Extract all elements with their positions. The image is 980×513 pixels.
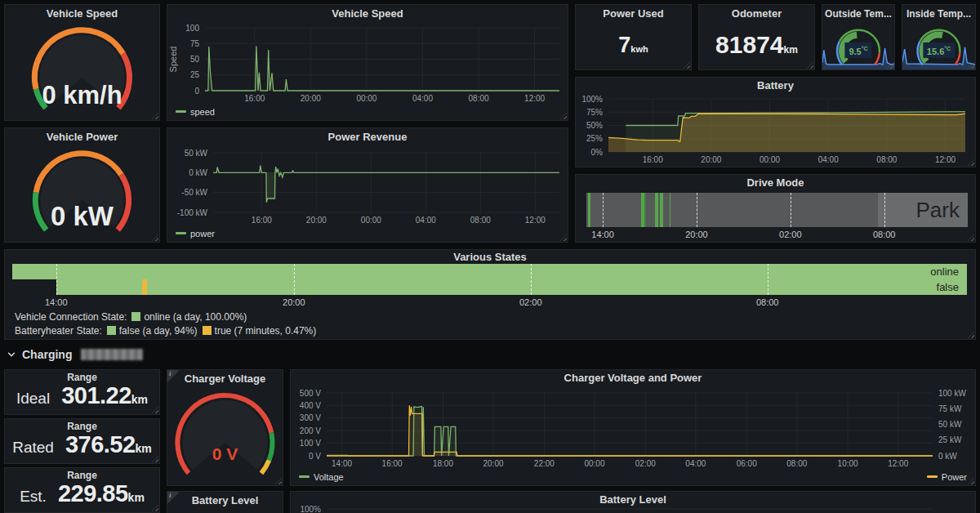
time-gridline: [697, 193, 697, 227]
range-rated-value: Rated376.52km: [5, 431, 159, 458]
battery-chart[interactable]: 0%25%50%75%100%16:0020:0000:0004:0008:00…: [576, 94, 975, 167]
time-gridline: [768, 264, 768, 295]
panel-vehicle-speed-gauge[interactable]: Vehicle Speed 0 km/h: [4, 4, 160, 121]
panel-title[interactable]: Inside Temp...: [902, 5, 975, 23]
svg-text:04:00: 04:00: [416, 216, 436, 225]
svg-text:12:00: 12:00: [935, 155, 956, 164]
panel-outside-temp[interactable]: Outside Tem... 9.5°C: [822, 4, 895, 70]
svg-text:100 V: 100 V: [300, 439, 321, 448]
panel-cvp-chart[interactable]: Charger Voltage and Power 0 V100 V200 V3…: [290, 369, 976, 486]
panel-various-states[interactable]: Various States onlinefalse14:0020:0002:0…: [4, 249, 976, 340]
svg-text:0 kW: 0 kW: [189, 168, 207, 177]
svg-text:12:00: 12:00: [524, 94, 545, 103]
drive-mode-timeline[interactable]: Park14:0020:0002:0008:00: [586, 193, 968, 240]
chart-legend[interactable]: speed: [176, 105, 559, 118]
dashboard: Vehicle Speed 0 km/h Vehicle Speed 02550…: [0, 0, 980, 513]
svg-text:02:00: 02:00: [635, 459, 656, 468]
panel-title[interactable]: Power Used: [576, 5, 691, 23]
svg-text:50%: 50%: [586, 121, 603, 130]
time-gridline: [884, 193, 885, 227]
svg-text:75%: 75%: [586, 108, 603, 117]
legend-swatch-false: [107, 326, 116, 335]
charger-voltage-power-chart[interactable]: 0 V100 V200 V300 V400 V500 V0 kW25 kW50 …: [291, 386, 975, 471]
state-segment[interactable]: [12, 264, 967, 279]
state-segment[interactable]: [147, 279, 967, 295]
state-stripe: [660, 193, 663, 227]
panel-range-ideal[interactable]: Range Ideal301.22km: [4, 369, 160, 415]
time-gridline: [791, 193, 791, 227]
panel-title[interactable]: Vehicle Power: [5, 128, 159, 146]
panel-title[interactable]: Charger Voltage and Power: [291, 370, 975, 386]
state-stripe: [670, 193, 671, 227]
svg-text:0 kW: 0 kW: [938, 452, 957, 461]
svg-text:100: 100: [185, 24, 199, 33]
battery-level-chart[interactable]: 100%: [291, 505, 975, 513]
state-stripe: [655, 193, 658, 227]
svg-text:25%: 25%: [586, 134, 603, 143]
state-segment[interactable]: [586, 193, 878, 227]
legend-line-batteryheater[interactable]: Batteryheater State:false (a day, 94%)tr…: [15, 324, 316, 338]
chart-legend[interactable]: VoltagePower: [299, 470, 967, 483]
svg-text:20:00: 20:00: [301, 94, 321, 103]
panel-battery-level-chart[interactable]: Battery Level 100%: [290, 491, 976, 513]
panel-title[interactable]: Vehicle Speed: [5, 5, 159, 23]
panel-vehicle-power-gauge[interactable]: Vehicle Power 0 kW: [4, 127, 160, 243]
panel-title[interactable]: Outside Tem...: [822, 5, 894, 23]
various-states-timeline[interactable]: onlinefalse14:0020:0002:0008:00: [12, 264, 967, 310]
svg-text:0 V: 0 V: [309, 452, 321, 461]
power-used-unit: kwh: [630, 44, 648, 54]
row-title[interactable]: Charging: [22, 348, 72, 361]
svg-text:00:00: 00:00: [356, 94, 376, 103]
panel-power-revenue[interactable]: Power Revenue 50 kW0 kW-50 kW-100 kW16:0…: [167, 127, 568, 243]
svg-text:0%: 0%: [591, 148, 604, 157]
various-states-legend[interactable]: Vehicle Connection State:online (a day, …: [15, 310, 316, 338]
panel-title[interactable]: Battery: [576, 78, 975, 94]
panel-title[interactable]: Various States: [5, 250, 975, 265]
outside-temp-value: 9.5°C: [844, 42, 871, 58]
row-charging[interactable]: Charging: [7, 346, 143, 363]
vehicle-speed-chart[interactable]: 025507510016:0020:0000:0004:0008:0012:00…: [167, 23, 568, 105]
panel-odometer[interactable]: Odometer 81874km: [698, 4, 815, 70]
svg-text:20:00: 20:00: [483, 459, 504, 468]
chevron-down-icon[interactable]: [7, 350, 16, 359]
svg-text:75: 75: [190, 39, 200, 48]
svg-text:04:00: 04:00: [818, 155, 839, 164]
svg-text:00:00: 00:00: [584, 459, 604, 468]
panel-range-est[interactable]: Range Est.229.85km: [4, 467, 160, 513]
panel-title[interactable]: Odometer: [699, 5, 814, 23]
panel-title[interactable]: Drive Mode: [576, 175, 975, 191]
svg-text:00:00: 00:00: [760, 155, 780, 164]
state-label: false: [937, 279, 959, 295]
svg-text:06:00: 06:00: [737, 459, 757, 468]
chart-legend[interactable]: power: [176, 226, 559, 239]
panel-charger-voltage[interactable]: i Charger Voltage 0 V: [167, 369, 283, 486]
panel-vehicle-speed-chart[interactable]: Vehicle Speed 025507510016:0020:0000:000…: [167, 4, 568, 121]
panel-range-rated[interactable]: Range Rated376.52km: [4, 418, 160, 464]
panel-inside-temp[interactable]: Inside Temp... 15.6°C: [902, 4, 976, 70]
panel-power-used[interactable]: Power Used 7kwh: [575, 4, 692, 70]
panel-title[interactable]: Vehicle Speed: [167, 5, 568, 23]
inside-temp-value: 15.6°C: [923, 42, 955, 58]
time-tick-label: 14:00: [591, 230, 614, 239]
panel-drive-mode[interactable]: Drive Mode Park14:0020:0002:0008:00: [575, 174, 976, 243]
svg-text:08:00: 08:00: [469, 94, 489, 103]
panel-battery-level-small[interactable]: i Battery Level: [167, 491, 283, 513]
svg-text:08:00: 08:00: [876, 155, 897, 164]
panel-title[interactable]: Charger Voltage: [167, 370, 283, 388]
svg-text:20:00: 20:00: [701, 155, 721, 164]
panel-battery-chart[interactable]: Battery 0%25%50%75%100%16:0020:0000:0004…: [575, 77, 976, 167]
svg-text:100%: 100%: [300, 505, 321, 513]
panel-title[interactable]: Battery Level: [167, 492, 283, 510]
time-gridline: [294, 264, 295, 295]
svg-text:300 V: 300 V: [300, 413, 321, 422]
vehicle-speed-value: 0 km/h: [5, 81, 159, 110]
time-tick-label: 08:00: [873, 230, 896, 239]
svg-text:08:00: 08:00: [470, 216, 491, 225]
redacted-text: [81, 349, 143, 360]
state-segment[interactable]: [56, 279, 142, 295]
svg-text:16:00: 16:00: [252, 216, 272, 225]
power-revenue-chart[interactable]: 50 kW0 kW-50 kW-100 kW16:0020:0000:0004:…: [167, 146, 568, 227]
legend-line-connection[interactable]: Vehicle Connection State:online (a day, …: [15, 310, 316, 324]
svg-text:14:00: 14:00: [332, 459, 352, 468]
panel-title[interactable]: Power Revenue: [167, 128, 568, 146]
